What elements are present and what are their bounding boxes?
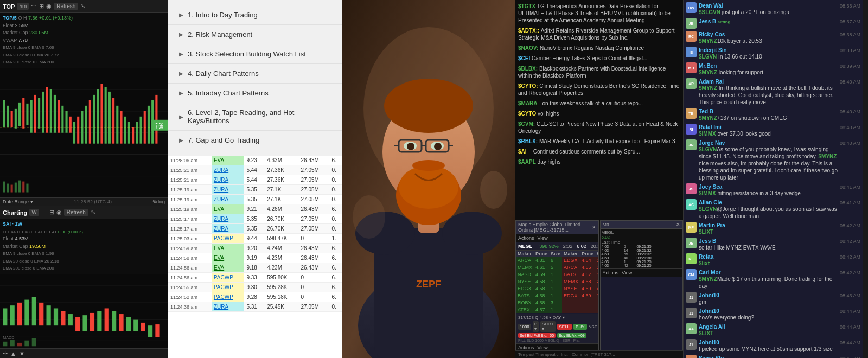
trade-ticker[interactable]: PACWP (212, 234, 244, 244)
chat-ticker2[interactable]: $MYNZ (819, 154, 837, 159)
l2-ask-price (580, 299, 595, 306)
news-ticker[interactable]: $CEI (518, 55, 530, 61)
l2-view-tab2[interactable]: View (538, 345, 548, 350)
l2-view-tab[interactable]: View (538, 235, 548, 241)
l2-type-select[interactable]: P ▾ (533, 321, 539, 332)
trade-vol1: 595.80K (265, 273, 298, 283)
l2-actions-tab[interactable]: Actions (518, 235, 534, 241)
top-chart-header: TOP 5m ⋯ ⊞ ◉ Refresh ⤡ (0, 0, 168, 13)
trade-ticker[interactable]: ZURA (212, 165, 244, 175)
chat-ticker[interactable]: $MYNZ (699, 69, 717, 75)
chat-username: Johni10 (699, 292, 719, 298)
l2-buy-ask-button[interactable]: Buy Bk Ak: +09 (557, 333, 586, 338)
chat-ticker[interactable]: $LIXT (699, 229, 713, 235)
chat-text-part: As some of you probably knew, I was swin… (717, 146, 828, 152)
trade-ticker[interactable]: ZURA (212, 185, 244, 195)
chart-tool-down[interactable]: ▼ (19, 350, 25, 357)
l2-sell-button[interactable]: SELL (557, 324, 572, 330)
l2-close-icon[interactable]: ✕ (592, 225, 596, 230)
svg-rect-28 (93, 94, 95, 143)
trade-ticker[interactable]: EVA (212, 204, 244, 214)
news-ticker[interactable]: $ADTX:: (518, 28, 539, 34)
l2-actions-tab2[interactable]: Actions (518, 345, 534, 350)
l2-size-input[interactable]: 1000 (518, 324, 531, 330)
trade-ticker[interactable]: EVA (212, 244, 244, 253)
date-range-label[interactable]: Date Range ▾ (3, 199, 33, 204)
bottom-chart-expand-icon[interactable]: ⤡ (91, 209, 95, 216)
chat-message: CM Carl Mor $MYNZMade $.17 on this morni… (686, 269, 860, 290)
trade-ticker[interactable]: ZURA (212, 224, 244, 234)
news-ticker[interactable]: $CYTO: (518, 83, 538, 89)
l2-title-1: Magic Empire Global Limited - Ordina [ME… (518, 222, 592, 233)
news-ticker[interactable]: $AAPL (518, 159, 536, 165)
trade-ticker[interactable]: EVA (212, 156, 244, 165)
news-ticker[interactable]: $CYTO (518, 111, 536, 117)
chat-ticker[interactable]: $LGVN (699, 206, 717, 212)
chat-ticker[interactable]: $LGVN (699, 54, 717, 60)
top-mktcap: 280.05M (29, 30, 48, 35)
news-ticker[interactable]: $AI (518, 149, 527, 155)
trade-ticker[interactable]: ZURA (212, 214, 244, 224)
bottom-chart-icon3: ◉ (56, 209, 62, 216)
chart-tool-cursor[interactable]: ⊹ (3, 350, 8, 357)
l2-bottom-tabs: Actions View (516, 343, 598, 350)
chat-ticker[interactable]: $MYNZ (699, 38, 717, 44)
chart-tool-up[interactable]: ▲ (10, 350, 16, 357)
chat-message: JB Jess B sitting 08:37 AM (686, 18, 860, 29)
news-ticker[interactable]: $BLBX: (518, 66, 538, 72)
menu-item-7[interactable]: ▶ 7. Gap and Go Trading (168, 131, 342, 150)
trade-ticker[interactable]: ZURA (212, 175, 244, 185)
top-chart-expand-icon[interactable]: ⤡ (80, 3, 85, 10)
l2-route-select[interactable]: SHRT ▾ (540, 321, 556, 332)
trade-ticker[interactable]: PACWP (212, 273, 244, 283)
news-ticker[interactable]: $RBLX: (518, 138, 538, 144)
menu-item-6[interactable]: ▶ 6. Level 2, Tape Reading, and Hot Keys… (168, 103, 342, 131)
top-chart-timeframe[interactable]: 5m (17, 3, 29, 10)
news-ticker[interactable]: $CVM: (518, 121, 535, 127)
svg-rect-83 (17, 342, 22, 346)
top-ema20: EMA 20 close 0 EMA 20 7.72 (3, 53, 59, 57)
menu-item-2[interactable]: ▶ 2. Risk Management (168, 25, 342, 44)
trade-time: 11:25:21 am (168, 175, 212, 185)
top-chart-refresh-button[interactable]: Refresh (54, 3, 78, 10)
chat-ticker[interactable]: $IMMX (699, 190, 716, 196)
trade-time: 11:24:36 am (168, 302, 212, 312)
chat-ticker[interactable]: $MYNZ (699, 85, 717, 91)
chat-ticker[interactable]: $MYNZ (699, 276, 717, 282)
menu-item-4[interactable]: ▶ 4. Daily Chart Patterns (168, 64, 342, 84)
l2-w2-ticker: MEGL (602, 230, 682, 235)
l2-w2-view[interactable]: View (622, 270, 632, 276)
news-ticker[interactable]: $NAOV: (518, 45, 538, 51)
l2-w2-actions[interactable]: Actions (603, 270, 619, 276)
news-ticker[interactable]: $MARA (518, 100, 538, 106)
svg-rect-75 (119, 314, 123, 331)
trade-ticker[interactable]: PACWP (212, 283, 244, 292)
l2-close-icon-2[interactable]: ✕ (676, 222, 680, 227)
menu-item-1[interactable]: ▶ 1. Intro to Day Trading (168, 5, 342, 25)
trade-ticker[interactable]: ZURA (212, 302, 244, 312)
bottom-chart-refresh-button[interactable]: Refresh (64, 209, 88, 216)
l2-sell-bid-button[interactable]: Sell Bid Full Bid: -05 (518, 333, 556, 338)
trade-ticker[interactable]: EVA (212, 263, 244, 273)
trade-ticker[interactable]: ZURA (212, 195, 244, 204)
chat-message: TB Ted B $MYNZ+137 on shutdown on CMEG 0… (686, 108, 860, 122)
menu-item-5[interactable]: ▶ 5. Intraday Chart Patterns (168, 84, 342, 103)
trade-ticker[interactable]: PACWP (212, 292, 244, 302)
chat-ticker[interactable]: $LGVN (699, 146, 717, 152)
svg-rect-76 (126, 317, 131, 331)
chat-ticker[interactable]: $SLGVN (699, 9, 720, 15)
chat-ticker[interactable]: $IMMX (699, 131, 716, 137)
chat-ticker[interactable]: $lixt (699, 260, 710, 266)
bottom-chart-canvas[interactable]: MACD (0, 274, 168, 349)
news-ticker[interactable]: $TGTX (518, 3, 535, 9)
chat-ticker[interactable]: $LIXT (699, 330, 713, 336)
pct-label[interactable]: % log (152, 199, 165, 204)
trade-ticker[interactable]: EVA (212, 253, 244, 263)
trade-price: 9.19 (244, 253, 265, 263)
l2-buy-button[interactable]: BUY (573, 324, 586, 330)
person-photo: ZEPF (342, 0, 515, 358)
top-chart-canvas[interactable]: 7.66 (0, 68, 168, 198)
chat-ticker[interactable]: $MYNZ (699, 115, 717, 121)
bottom-chart-timeframe[interactable]: W (29, 209, 39, 216)
menu-item-3[interactable]: ▶ 3. Stock Selection Building Watch List (168, 44, 342, 64)
